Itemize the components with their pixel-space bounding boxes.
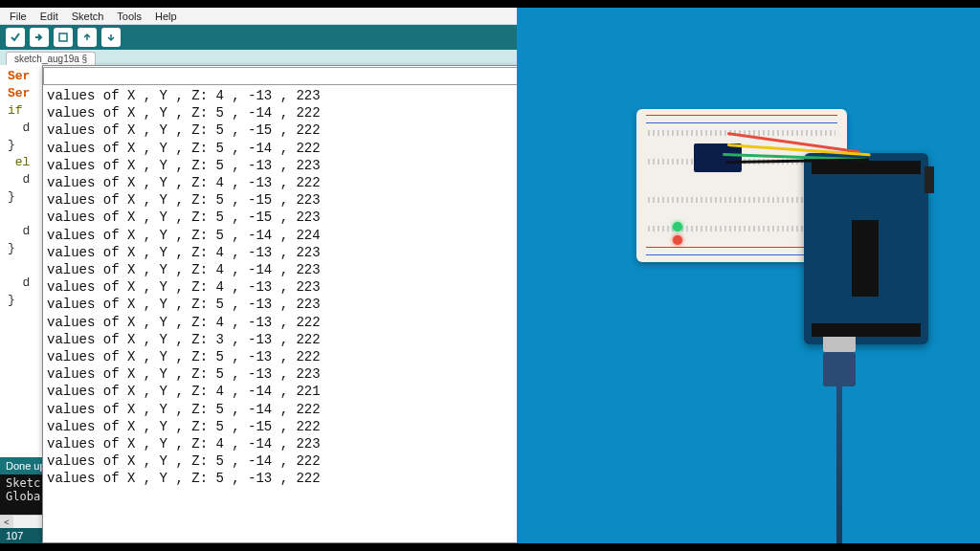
- serial-line: values of X , Y , Z: 5 , -13 , 222: [47, 470, 552, 487]
- hardware-photo: [517, 8, 980, 543]
- arduino-board: [804, 153, 928, 344]
- serial-line: values of X , Y , Z: 4 , -14 , 223: [47, 435, 552, 452]
- serial-line: values of X , Y , Z: 5 , -13 , 223: [47, 157, 552, 174]
- toolbar: [0, 25, 517, 50]
- serial-line: values of X , Y , Z: 5 , -14 , 222: [47, 401, 552, 418]
- serial-line: values of X , Y , Z: 4 , -14 , 221: [47, 383, 552, 400]
- code-token: el: [8, 155, 30, 169]
- verify-button[interactable]: [6, 28, 25, 47]
- menu-edit[interactable]: Edit: [34, 11, 64, 22]
- usb-cable: [836, 375, 842, 543]
- serial-line: values of X , Y , Z: 5 , -15 , 222: [47, 418, 552, 435]
- upload-button[interactable]: [30, 28, 49, 47]
- icsp-header: [924, 166, 934, 193]
- usb-port: [823, 325, 856, 352]
- serial-line: values of X , Y , Z: 5 , -14 , 222: [47, 452, 552, 470]
- menu-tools[interactable]: Tools: [111, 11, 147, 22]
- serial-line: values of X , Y , Z: 4 , -14 , 223: [47, 261, 552, 278]
- svg-rect-0: [59, 33, 67, 41]
- video-letterbox-bottom: [0, 543, 980, 551]
- menubar[interactable]: File Edit Sketch Tools Help: [0, 8, 517, 25]
- menu-file[interactable]: File: [4, 11, 33, 22]
- serial-line: values of X , Y , Z: 5 , -13 , 223: [47, 365, 552, 383]
- serial-line: values of X , Y , Z: 5 , -14 , 222: [47, 104, 552, 121]
- menu-sketch[interactable]: Sketch: [66, 11, 110, 22]
- green-led-icon: [673, 222, 682, 231]
- menu-help[interactable]: Help: [149, 11, 183, 22]
- serial-send-row: [43, 66, 556, 85]
- save-button[interactable]: [101, 28, 121, 47]
- serial-line: values of X , Y , Z: 5 , -15 , 223: [47, 191, 552, 209]
- code-token: if: [8, 103, 23, 118]
- scroll-left-icon[interactable]: <: [0, 516, 13, 529]
- code-token: Ser: [8, 69, 30, 83]
- serial-line: values of X , Y , Z: 5 , -14 , 222: [47, 140, 552, 157]
- microcontroller-chip: [852, 220, 879, 297]
- tab-bar: sketch_aug19a §: [0, 50, 517, 65]
- serial-send-input[interactable]: [43, 67, 556, 85]
- serial-line: values of X , Y , Z: 4 , -13 , 222: [47, 174, 552, 191]
- code-token: Ser: [8, 86, 30, 100]
- serial-line: values of X , Y , Z: 4 , -13 , 223: [47, 87, 552, 104]
- serial-monitor-window: values of X , Y , Z: 4 , -13 , 223values…: [42, 65, 557, 543]
- sketch-tab[interactable]: sketch_aug19a §: [6, 52, 96, 65]
- serial-line: values of X , Y , Z: 4 , -13 , 222: [47, 314, 552, 331]
- serial-line: values of X , Y , Z: 4 , -13 , 223: [47, 278, 552, 296]
- serial-output[interactable]: values of X , Y , Z: 4 , -13 , 223values…: [43, 85, 556, 490]
- serial-line: values of X , Y , Z: 4 , -13 , 223: [47, 244, 552, 261]
- serial-line: values of X , Y , Z: 5 , -13 , 222: [47, 348, 552, 365]
- red-led-icon: [673, 235, 682, 245]
- serial-line: values of X , Y , Z: 5 , -14 , 224: [47, 227, 552, 244]
- serial-line: values of X , Y , Z: 5 , -15 , 222: [47, 121, 552, 139]
- serial-line: values of X , Y , Z: 5 , -13 , 223: [47, 296, 552, 313]
- new-button[interactable]: [54, 28, 73, 47]
- serial-line: values of X , Y , Z: 5 , -15 , 223: [47, 209, 552, 226]
- serial-line: values of X , Y , Z: 3 , -13 , 222: [47, 331, 552, 348]
- open-button[interactable]: [78, 28, 97, 47]
- video-letterbox-top: [0, 0, 980, 8]
- sensor-module: [694, 143, 742, 172]
